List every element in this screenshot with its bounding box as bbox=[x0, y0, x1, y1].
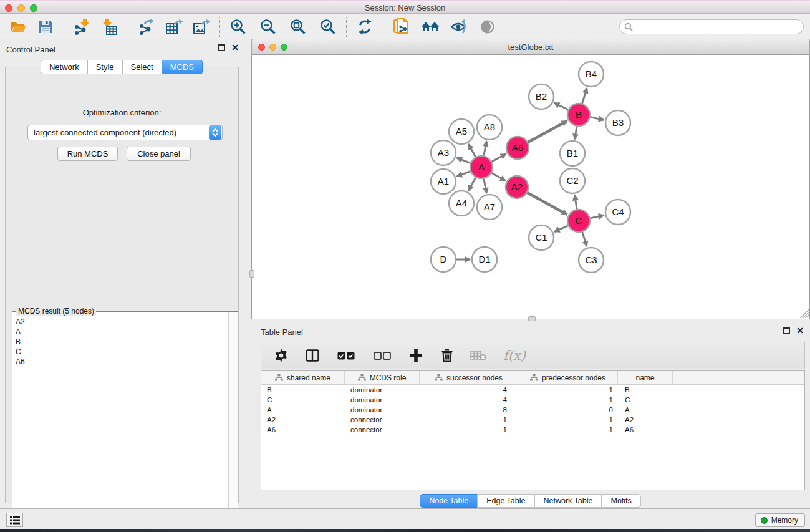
graph-node-C3[interactable]: C3 bbox=[579, 248, 604, 273]
tab-edge-table[interactable]: Edge Table bbox=[477, 494, 534, 508]
graph-edge-B-B4[interactable] bbox=[582, 88, 587, 104]
graph-node-A8[interactable]: A8 bbox=[477, 115, 502, 140]
graph-edge-A-A3[interactable] bbox=[457, 158, 471, 163]
graph-edge-B-B2[interactable] bbox=[554, 103, 568, 110]
tab-network[interactable]: Network bbox=[41, 60, 88, 74]
network-from-selection-button[interactable] bbox=[392, 18, 411, 36]
mcds-result-scrollbar[interactable] bbox=[228, 312, 238, 526]
graph-node-B2[interactable]: B2 bbox=[529, 84, 554, 109]
save-session-button[interactable] bbox=[36, 18, 55, 36]
graph-edge-A-A4[interactable] bbox=[468, 178, 476, 191]
tab-network-table[interactable]: Network Table bbox=[534, 494, 602, 508]
graph-edge-A-A5[interactable] bbox=[468, 144, 475, 157]
optimization-dropdown[interactable]: largest connected component (directed) bbox=[27, 125, 223, 140]
cybrowser-button[interactable] bbox=[421, 18, 440, 36]
toggle-column-view-button[interactable] bbox=[304, 347, 321, 364]
float-panel-icon[interactable] bbox=[218, 44, 225, 51]
column-header-name[interactable]: name bbox=[618, 371, 673, 384]
graph-edge-A-A6[interactable] bbox=[492, 154, 506, 162]
table-row[interactable]: Cdominator41C bbox=[261, 395, 804, 405]
open-session-button[interactable] bbox=[9, 18, 27, 36]
graph-edge-C-C1[interactable] bbox=[554, 226, 568, 232]
table-row[interactable]: Bdominator41B bbox=[261, 385, 804, 395]
function-builder-button[interactable]: f(x) bbox=[501, 347, 528, 364]
graph-node-A7[interactable]: A7 bbox=[477, 195, 502, 220]
graph-node-A5[interactable]: A5 bbox=[449, 119, 474, 144]
graph-edge-A-A7[interactable] bbox=[484, 179, 487, 193]
horizontal-scroll-handle[interactable] bbox=[528, 316, 536, 321]
float-table-panel-icon[interactable] bbox=[783, 327, 790, 334]
graph-edge-B-B1[interactable] bbox=[575, 127, 577, 140]
graph-node-B1[interactable]: B1 bbox=[560, 141, 585, 166]
graph-node-C4[interactable]: C4 bbox=[605, 200, 630, 225]
graph-edge-A-A1[interactable] bbox=[457, 172, 471, 177]
delete-column-button[interactable] bbox=[438, 347, 456, 364]
graph-edge-C-C4[interactable] bbox=[591, 215, 604, 218]
table-settings-button[interactable] bbox=[272, 347, 290, 364]
graph-node-B[interactable]: B bbox=[567, 104, 590, 126]
graph-edge-C-C2[interactable] bbox=[575, 195, 577, 210]
graph-node-C[interactable]: C bbox=[567, 210, 590, 232]
show-panels-button[interactable] bbox=[478, 18, 497, 36]
tab-node-table[interactable]: Node Table bbox=[420, 494, 478, 508]
mcds-result-item[interactable]: B bbox=[13, 337, 228, 347]
export-image-button[interactable] bbox=[192, 18, 211, 36]
graph-node-D1[interactable]: D1 bbox=[472, 247, 497, 272]
memory-button[interactable]: Memory bbox=[755, 513, 805, 527]
table-row[interactable]: Adominator80A bbox=[261, 405, 804, 415]
graph-node-A6[interactable]: A6 bbox=[506, 137, 529, 159]
mcds-result-item[interactable]: A6 bbox=[13, 357, 228, 367]
zoom-out-button[interactable] bbox=[259, 18, 277, 36]
graph-node-A4[interactable]: A4 bbox=[449, 191, 474, 216]
import-network-button[interactable] bbox=[73, 18, 92, 36]
graph-node-B4[interactable]: B4 bbox=[579, 62, 604, 87]
table-row[interactable]: A2connector11A2 bbox=[261, 415, 804, 425]
graph-edge-A-A8[interactable] bbox=[484, 142, 487, 156]
create-column-button[interactable] bbox=[407, 347, 425, 364]
tab-mcds[interactable]: MCDS bbox=[162, 60, 203, 74]
mcds-result-item[interactable]: C bbox=[13, 347, 228, 357]
resize-grip[interactable] bbox=[800, 309, 809, 318]
zoom-in-button[interactable] bbox=[229, 18, 248, 36]
graph-node-B3[interactable]: B3 bbox=[605, 110, 630, 135]
select-all-columns-button[interactable] bbox=[335, 347, 357, 364]
tab-select[interactable]: Select bbox=[122, 60, 162, 74]
search-input[interactable] bbox=[619, 19, 804, 34]
mcds-result-item[interactable]: A2 bbox=[13, 317, 228, 327]
graph-edge-A-A2[interactable] bbox=[492, 173, 506, 180]
column-header-predecessor-nodes[interactable]: predecessor nodes bbox=[518, 371, 618, 384]
graph-node-A3[interactable]: A3 bbox=[431, 140, 456, 165]
column-header-mcds-role[interactable]: MCDS role bbox=[345, 371, 420, 384]
graph-node-A[interactable]: A bbox=[470, 156, 493, 178]
graph-node-A1[interactable]: A1 bbox=[431, 169, 456, 194]
import-table-button[interactable] bbox=[100, 18, 119, 36]
graph-edge-B-B3[interactable] bbox=[591, 117, 604, 120]
apply-layout-button[interactable] bbox=[355, 18, 374, 36]
close-panel-icon[interactable]: ✕ bbox=[231, 44, 239, 51]
network-canvas[interactable]: B4B2BB3A5A8A6A3B1AA1A2C2A4A7CC4C1C3DD1 bbox=[251, 55, 810, 319]
graph-edge-C-C3[interactable] bbox=[582, 232, 587, 246]
column-header-shared-name[interactable]: shared name bbox=[261, 371, 345, 384]
mcds-result-item[interactable]: A bbox=[13, 327, 228, 337]
graph-edge-A2-C[interactable] bbox=[528, 193, 567, 215]
graph-edge-A6-B[interactable] bbox=[528, 121, 567, 142]
run-mcds-button[interactable]: Run MCDS bbox=[57, 147, 118, 161]
vertical-scroll-handle[interactable] bbox=[249, 270, 254, 278]
close-table-panel-icon[interactable]: ✕ bbox=[796, 327, 804, 334]
delete-table-button[interactable] bbox=[470, 347, 487, 364]
tab-style[interactable]: Style bbox=[87, 60, 123, 74]
close-panel-button[interactable]: Close panel bbox=[127, 147, 191, 161]
column-header-successor-nodes[interactable]: successor nodes bbox=[420, 371, 518, 384]
graph-node-A2[interactable]: A2 bbox=[506, 176, 528, 198]
graph-node-C1[interactable]: C1 bbox=[529, 225, 554, 250]
hide-panels-button[interactable] bbox=[450, 18, 468, 36]
table-row[interactable]: A6connector11A6 bbox=[261, 425, 804, 435]
export-network-button[interactable] bbox=[137, 18, 156, 36]
unselect-all-columns-button[interactable] bbox=[371, 347, 393, 364]
tab-motifs[interactable]: Motifs bbox=[601, 494, 640, 508]
export-table-button[interactable] bbox=[165, 18, 183, 36]
zoom-fit-button[interactable] bbox=[289, 18, 307, 36]
network-window-titlebar[interactable]: testGlobe.txt bbox=[251, 39, 810, 55]
graph-node-D[interactable]: D bbox=[431, 247, 456, 272]
zoom-selected-button[interactable] bbox=[319, 18, 337, 36]
